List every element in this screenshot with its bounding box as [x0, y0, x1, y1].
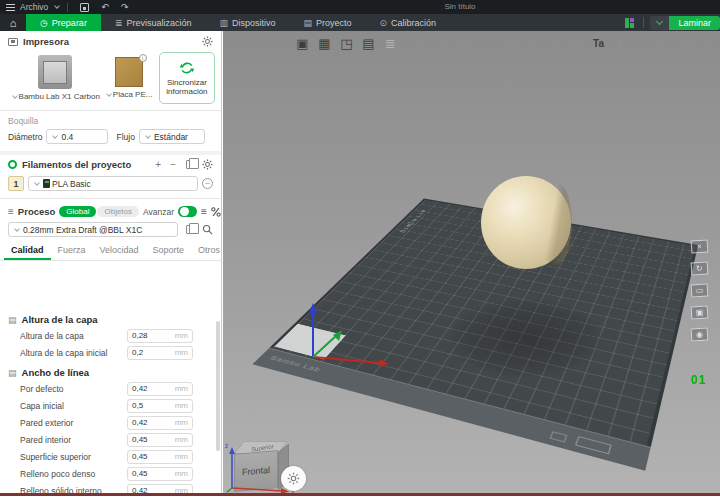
scope-global-pill[interactable]: Global	[59, 206, 96, 217]
cube-front-face[interactable]: Frontal	[234, 450, 278, 492]
flow-label: Flujo	[116, 132, 134, 142]
param-input[interactable]: 0,42mm	[127, 382, 193, 396]
info-icon[interactable]: i	[139, 54, 147, 62]
printer-tile[interactable]: Bambu Lab X1 Carbon	[6, 52, 105, 101]
save-icon[interactable]	[80, 3, 89, 12]
param-input[interactable]: 0,2mm	[127, 346, 193, 360]
preset-list-icon[interactable]: ≡	[201, 206, 207, 217]
param-row: Altura de la capa0,28mm	[0, 327, 221, 344]
param-input[interactable]: 0,5mm	[127, 399, 193, 413]
slice-dropdown-button[interactable]	[650, 16, 669, 30]
viewport-settings-button[interactable]	[281, 466, 306, 491]
param-input[interactable]: 0,42mm	[127, 484, 193, 494]
diameter-value: 0.4	[61, 132, 73, 142]
plugin-icon[interactable]	[625, 18, 635, 28]
plate-delete-icon[interactable]: ×	[691, 239, 709, 253]
section-title: Altura de la capa	[22, 314, 98, 325]
param-unit: mm	[175, 435, 188, 444]
printer-settings-gear-icon[interactable]	[202, 36, 213, 47]
filament-name: PLA Basic	[52, 179, 91, 189]
add-filament-icon[interactable]: +	[153, 159, 163, 170]
flow-select[interactable]: Estándar	[139, 129, 205, 144]
param-input[interactable]: 0,45mm	[127, 433, 193, 447]
filament-sync-icon[interactable]	[186, 160, 194, 169]
advanced-toggle[interactable]	[178, 206, 197, 217]
plate-tile[interactable]: i Placa PE...	[105, 52, 153, 99]
param-unit: mm	[175, 469, 188, 478]
param-value: 0,28	[132, 331, 148, 340]
printer-section-header: Impresora	[0, 31, 221, 50]
viewport-gear-icon	[287, 472, 300, 485]
save-preset-icon[interactable]	[186, 225, 194, 234]
param-input[interactable]: 0,45mm	[127, 450, 193, 464]
plate-sync-icon[interactable]: ↻	[691, 261, 709, 275]
param-row: Capa inicial0,5mm	[0, 397, 221, 414]
param-row: Pared interior0,45mm	[0, 431, 221, 448]
tab-proyecto[interactable]: ▤Proyecto	[289, 14, 365, 31]
param-input[interactable]: 0,28mm	[127, 329, 193, 343]
plate-lock-icon[interactable]: ▣	[691, 305, 709, 319]
process-title: Proceso	[18, 206, 56, 217]
device-icon: ▥	[219, 18, 228, 28]
param-value: 0,42	[132, 384, 148, 393]
printer-section-title: Impresora	[23, 36, 69, 47]
filament-spool-icon	[43, 179, 50, 188]
process-tab-fuerza[interactable]: Fuerza	[51, 241, 93, 260]
tab-dispositivo[interactable]: ▥Dispositivo	[205, 14, 289, 31]
param-value: 0,2	[132, 348, 143, 357]
process-preset-select[interactable]: 0.28mm Extra Draft @BBL X1C	[8, 222, 178, 237]
filament-select[interactable]: PLA Basic	[28, 176, 198, 191]
hamburger-menu-icon[interactable]	[6, 4, 15, 11]
compare-presets-icon[interactable]	[211, 207, 221, 217]
parameter-list: ▤Altura de la capaAltura de la capa0,28m…	[0, 308, 221, 493]
undo-icon[interactable]: ↶	[95, 2, 115, 12]
param-row: Relleno sólido interno0,42mm	[0, 482, 221, 493]
search-icon[interactable]	[202, 224, 213, 235]
param-row: Relleno poco denso0,45mm	[0, 465, 221, 482]
process-tab-velocidad[interactable]: Velocidad	[93, 241, 146, 260]
process-tab-otros[interactable]: Otros	[191, 241, 222, 260]
slice-group: Laminar	[650, 16, 720, 30]
plate-rename-icon[interactable]: ▭	[691, 283, 709, 297]
main-tabs: ◷Preparar≣Previsualización▥Dispositivo▤P…	[26, 14, 450, 31]
param-input[interactable]: 0,45mm	[127, 467, 193, 481]
chevron-down-icon	[14, 226, 20, 232]
param-unit: mm	[175, 418, 188, 427]
diameter-select[interactable]: 0.4	[46, 129, 108, 144]
printer-icon	[8, 38, 18, 46]
remove-filament-circle-icon[interactable]: −	[202, 178, 213, 189]
tab-calibración[interactable]: ⊙Calibración	[366, 14, 451, 31]
process-tab-calidad[interactable]: Calidad	[4, 241, 51, 260]
file-menu[interactable]: Archivo	[15, 0, 53, 14]
machine-row: Bambu Lab X1 Carbon i Placa PE... Sincro…	[0, 50, 221, 108]
process-tab-soporte[interactable]: Soporte	[146, 241, 192, 260]
viewport-3d[interactable]: ▣▦◳▤≣+↻◱◺◫▥✎▨Ta▮◇▢▤◍ Bambu Lab Bambu Lab…	[223, 31, 720, 493]
param-value: 0,42	[132, 418, 148, 427]
param-label: Relleno poco denso	[20, 469, 95, 479]
tab-preparar[interactable]: ◷Preparar	[26, 14, 101, 31]
slice-button[interactable]: Laminar	[669, 16, 720, 30]
plate-visibility-icon[interactable]: ◉	[691, 327, 709, 341]
topright-controls: Laminar	[625, 14, 720, 31]
filament-slot-number[interactable]: 1	[8, 176, 24, 191]
param-value: 0,45	[132, 452, 148, 461]
plate-brand-text: Bambu Lab	[398, 209, 429, 233]
tab-previsualización[interactable]: ≣Previsualización	[101, 14, 206, 31]
tab-label: Previsualización	[126, 18, 191, 28]
param-input[interactable]: 0,42mm	[127, 416, 193, 430]
cube-front-label: Frontal	[242, 465, 270, 477]
chevron-down-icon[interactable]	[55, 3, 61, 9]
filaments-title: Filamentos del proyecto	[22, 159, 131, 170]
object-shadow	[451, 299, 601, 377]
sync-info-button[interactable]: Sincronizar información	[159, 52, 215, 104]
scope-objects-pill[interactable]: Objetos	[97, 206, 139, 217]
home-icon[interactable]: ⌂	[0, 14, 26, 31]
filament-settings-gear-icon[interactable]	[202, 159, 213, 170]
model-object-sphere[interactable]	[481, 176, 571, 269]
param-section-header: ▤Ancho de línea	[0, 361, 221, 380]
param-label: Por defecto	[20, 384, 63, 394]
remove-filament-icon[interactable]: −	[168, 159, 178, 170]
chevron-down-icon	[106, 91, 112, 97]
scrollbar-thumb[interactable]	[216, 321, 220, 451]
redo-icon[interactable]: ↷	[115, 2, 135, 12]
